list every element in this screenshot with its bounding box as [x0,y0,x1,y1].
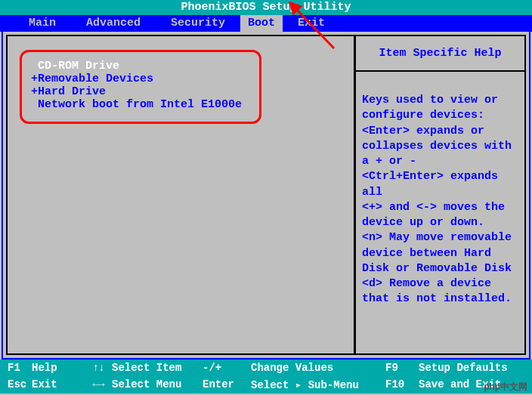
boot-item-cdrom[interactable]: CD-ROM Drive [31,60,250,73]
boot-order-list[interactable]: CD-ROM Drive +Removable Devices +Hard Dr… [20,50,261,124]
menu-item-advanced[interactable]: Advanced [71,15,156,32]
footer: F1 Help ↑↓ Select Item -/+ Change Values… [0,360,532,393]
key-plusminus[interactable]: -/+ [203,362,251,374]
help-panel: Item Specific Help Keys used to view or … [356,35,526,355]
key-updown[interactable]: ↑↓ [85,362,112,374]
label-setup-defaults: Setup Defaults [419,362,532,374]
footer-row-1: F1 Help ↑↓ Select Item -/+ Change Values… [0,360,532,376]
key-f10[interactable]: F10 [385,378,419,390]
menu-item-exit[interactable]: Exit [283,15,340,32]
title-bar: PhoenixBIOS Setup Utility [0,0,532,15]
menu-item-boot[interactable]: Boot [240,15,283,32]
boot-item-harddrive[interactable]: +Hard Drive [31,85,250,98]
help-body: Keys used to view or configure devices: … [356,72,524,313]
boot-item-removable[interactable]: +Removable Devices [31,73,250,85]
footer-row-2: Esc Exit ←→ Select Menu Enter Select ▸ S… [0,376,532,393]
boot-item-network[interactable]: Network boot from Intel E1000e [31,98,250,111]
label-save-exit: Save and Exit [419,378,532,390]
label-select-submenu: Select ▸ Sub-Menu [251,378,385,391]
menu-item-main[interactable]: Main [14,15,71,32]
key-esc[interactable]: Esc [0,378,32,390]
label-change-values: Change Values [251,362,385,374]
key-leftright[interactable]: ←→ [85,378,112,390]
key-enter[interactable]: Enter [203,378,251,390]
help-title: Item Specific Help [356,36,524,72]
boot-panel: CD-ROM Drive +Removable Devices +Hard Dr… [6,35,356,355]
label-exit: Exit [32,378,85,390]
menu-item-security[interactable]: Security [156,15,240,32]
key-f1[interactable]: F1 [0,362,32,374]
label-help: Help [32,362,85,374]
main-area: CD-ROM Drive +Removable Devices +Hard Dr… [2,32,530,360]
key-f9[interactable]: F9 [385,362,419,374]
label-select-item: Select Item [112,362,203,374]
menu-bar: Main Advanced Security Boot Exit [0,15,532,32]
label-select-menu: Select Menu [112,378,203,390]
